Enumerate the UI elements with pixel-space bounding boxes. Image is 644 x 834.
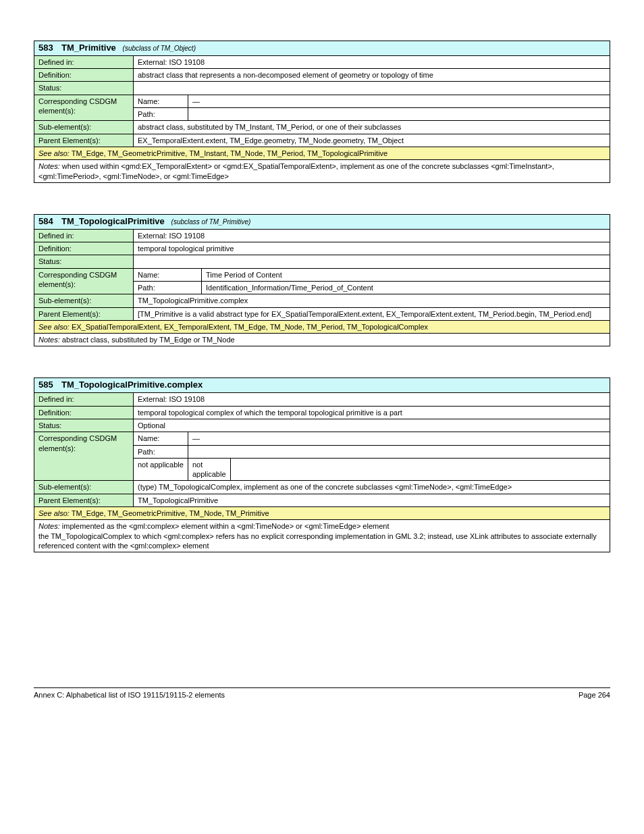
label-status: Status: bbox=[34, 419, 134, 432]
label-notes: Notes: bbox=[38, 522, 60, 530]
value-csdgm-path-1: not applicable bbox=[188, 458, 231, 481]
label-see-also: See also: bbox=[38, 149, 70, 157]
value-subelements: TM_TopologicalPrimitive.complex bbox=[134, 294, 610, 307]
value-csdgm-name: — bbox=[188, 95, 610, 107]
label-notes: Notes: bbox=[38, 336, 60, 344]
entry-serial: 585 bbox=[38, 380, 53, 390]
value-see-also: TM_Edge, TM_GeometricPrimitive, TM_Insta… bbox=[72, 149, 387, 157]
entry-header: 584 TM_TopologicalPrimitive (subclass of… bbox=[34, 214, 610, 229]
value-see-also: TM_Edge, TM_GeometricPrimitive, TM_Node,… bbox=[72, 509, 269, 517]
notes-cell: Notes: implemented as the <gml:complex> … bbox=[34, 520, 610, 552]
value-status bbox=[134, 255, 610, 268]
value-csdgm-extra bbox=[230, 458, 610, 481]
entry-584-table: 584 TM_TopologicalPrimitive (subclass of… bbox=[34, 214, 610, 347]
notes-cell: Notes: when used within <gmd:EX_Temporal… bbox=[34, 160, 610, 183]
label-see-also: See also: bbox=[38, 509, 70, 517]
label-notes: Notes: bbox=[38, 162, 60, 170]
label-csdgm: Corresponding CSDGM element(s): bbox=[34, 95, 134, 121]
label-defined-in: Defined in: bbox=[34, 393, 134, 406]
label-see-also: See also: bbox=[38, 323, 70, 331]
sublabel-name: Name: bbox=[134, 432, 188, 445]
see-also-row: See also: TM_Edge, TM_GeometricPrimitive… bbox=[34, 506, 610, 519]
label-definition: Definition: bbox=[34, 406, 134, 419]
entry-serial: 583 bbox=[38, 43, 53, 53]
value-csdgm-path bbox=[188, 108, 610, 121]
see-also-row: See also: EX_SpatialTemporalExtent, EX_T… bbox=[34, 320, 610, 333]
entry-secondary: (subclass of TM_Object) bbox=[123, 45, 196, 52]
value-csdgm-name: Time Period of Content bbox=[202, 268, 610, 281]
label-csdgm: Corresponding CSDGM element(s): bbox=[34, 268, 134, 294]
value-notes-0: abstract class, substituted by TM_Edge o… bbox=[62, 336, 235, 344]
value-parent: [TM_Primitive is a valid abstract type f… bbox=[134, 307, 610, 320]
notes-cell: Notes: abstract class, substituted by TM… bbox=[34, 334, 610, 346]
value-defined-in: External: ISO 19108 bbox=[134, 393, 610, 406]
label-subelements: Sub-element(s): bbox=[34, 481, 134, 494]
value-csdgm-name-1: not applicable bbox=[134, 458, 188, 481]
value-definition: abstract class that represents a non-dec… bbox=[134, 69, 610, 82]
entry-primary: TM_TopologicalPrimitive.complex bbox=[61, 380, 203, 390]
footer-right: Page 264 bbox=[579, 691, 610, 699]
label-definition: Definition: bbox=[34, 69, 134, 82]
entry-header: 585 TM_TopologicalPrimitive.complex bbox=[34, 378, 610, 393]
value-csdgm-name-0: — bbox=[188, 432, 610, 445]
sublabel-name: Name: bbox=[134, 268, 202, 281]
label-defined-in: Defined in: bbox=[34, 55, 134, 68]
value-subelements: abstract class, substituted by TM_Instan… bbox=[134, 121, 610, 134]
value-notes-1: the TM_TopologicalComplex to which <gml:… bbox=[38, 532, 597, 550]
label-status: Status: bbox=[34, 255, 134, 268]
entry-header: 583 TM_Primitive (subclass of TM_Object) bbox=[34, 41, 610, 56]
value-parent: TM_TopologicalPrimitive bbox=[134, 494, 610, 506]
footer-left: Annex C: Alphabetical list of ISO 19115/… bbox=[34, 691, 225, 699]
value-defined-in: External: ISO 19108 bbox=[134, 229, 610, 242]
value-definition: temporal topological complex of which th… bbox=[134, 406, 610, 419]
label-parent: Parent Element(s): bbox=[34, 134, 134, 147]
entry-585-table: 585 TM_TopologicalPrimitive.complex Defi… bbox=[34, 377, 610, 552]
page-footer: Annex C: Alphabetical list of ISO 19115/… bbox=[34, 687, 610, 699]
value-status: Optional bbox=[134, 419, 610, 432]
entry-serial: 584 bbox=[38, 216, 53, 226]
see-also-row: See also: TM_Edge, TM_GeometricPrimitive… bbox=[34, 147, 610, 159]
value-subelements: (type) TM_TopologicalComplex, implement … bbox=[134, 481, 610, 494]
label-defined-in: Defined in: bbox=[34, 229, 134, 242]
entry-secondary: (subclass of TM_Primitive) bbox=[171, 218, 251, 226]
label-csdgm: Corresponding CSDGM element(s): bbox=[34, 432, 134, 481]
label-status: Status: bbox=[34, 82, 134, 95]
sublabel-path: Path: bbox=[134, 281, 202, 294]
entry-primary: TM_TopologicalPrimitive bbox=[61, 216, 165, 226]
label-parent: Parent Element(s): bbox=[34, 307, 134, 320]
value-notes-0: when used within <gmd:EX_TemporalExtent>… bbox=[38, 162, 554, 180]
page: 583 TM_Primitive (subclass of TM_Object)… bbox=[0, 0, 644, 726]
value-csdgm-path: Identification_Information/Time_Period_o… bbox=[202, 281, 610, 294]
label-definition: Definition: bbox=[34, 242, 134, 255]
sublabel-name: Name: bbox=[134, 95, 188, 107]
value-notes-0: implemented as the <gml:complex> element… bbox=[62, 522, 390, 530]
entry-primary: TM_Primitive bbox=[61, 43, 116, 53]
label-subelements: Sub-element(s): bbox=[34, 121, 134, 134]
entry-583-table: 583 TM_Primitive (subclass of TM_Object)… bbox=[34, 41, 610, 183]
value-csdgm-path-0 bbox=[188, 445, 610, 458]
value-see-also: EX_SpatialTemporalExtent, EX_TemporalExt… bbox=[72, 323, 428, 331]
value-parent: EX_TemporalExtent.extent, TM_Edge.geomet… bbox=[134, 134, 610, 147]
sublabel-path: Path: bbox=[134, 445, 188, 458]
label-subelements: Sub-element(s): bbox=[34, 294, 134, 307]
value-status bbox=[134, 82, 610, 95]
value-defined-in: External: ISO 19108 bbox=[134, 55, 610, 68]
sublabel-path: Path: bbox=[134, 108, 188, 121]
label-parent: Parent Element(s): bbox=[34, 494, 134, 506]
value-definition: temporal topological primitive bbox=[134, 242, 610, 255]
